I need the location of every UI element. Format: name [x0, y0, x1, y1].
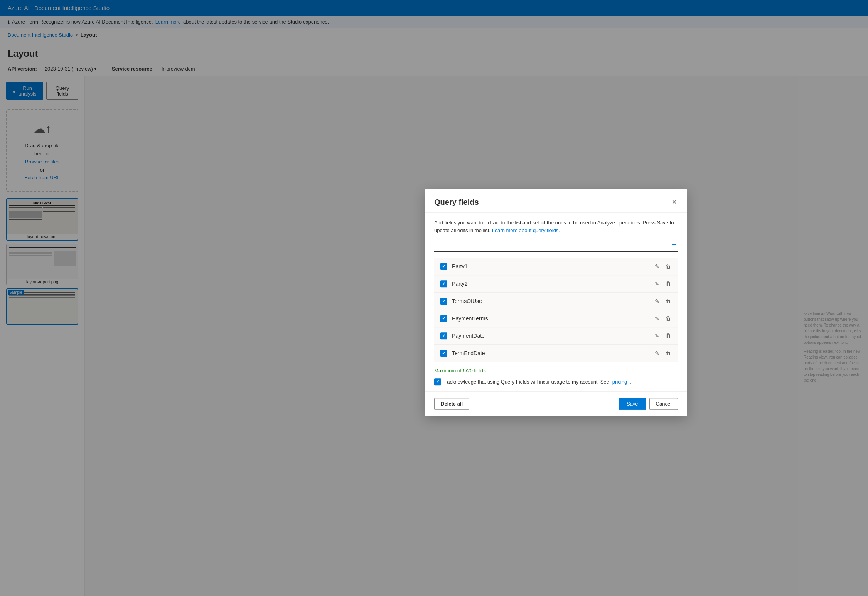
- acknowledge-checkbox[interactable]: ✓: [434, 378, 441, 385]
- plus-icon: +: [672, 241, 676, 249]
- add-field-input[interactable]: [434, 240, 670, 249]
- fields-list: ✓ Party1 ✎ 🗑 ✓ Party2 ✎ 🗑 ✓ TermsOfUse ✎: [434, 258, 678, 362]
- field-item: ✓ PaymentTerms ✎ 🗑: [434, 310, 678, 327]
- field-checkbox-paymentdate[interactable]: ✓: [440, 332, 447, 339]
- query-fields-modal: Query fields × Add fields you want to ex…: [425, 189, 687, 416]
- field-checkbox-termsofuse[interactable]: ✓: [440, 298, 447, 305]
- delete-field-button-paymentterms[interactable]: 🗑: [665, 315, 672, 322]
- field-name-party1: Party1: [452, 263, 649, 269]
- modal-description: Add fields you want to extract to the li…: [434, 219, 678, 234]
- delete-all-button[interactable]: Delete all: [434, 398, 469, 410]
- field-name-termenddate: TermEndDate: [452, 350, 649, 356]
- checkmark-icon: ✓: [442, 316, 446, 321]
- field-name-party2: Party2: [452, 281, 649, 287]
- edit-field-button-paymentterms[interactable]: ✎: [654, 315, 660, 322]
- modal-close-button[interactable]: ×: [671, 197, 678, 208]
- acknowledge-end: .: [630, 379, 632, 385]
- cancel-button[interactable]: Cancel: [649, 398, 678, 410]
- field-checkbox-termenddate[interactable]: ✓: [440, 350, 447, 357]
- field-item: ✓ TermsOfUse ✎ 🗑: [434, 293, 678, 310]
- modal-title: Query fields: [434, 198, 479, 207]
- save-button[interactable]: Save: [619, 398, 646, 410]
- close-icon: ×: [672, 198, 677, 206]
- learn-more-query-link[interactable]: Learn more about query fields.: [492, 227, 560, 233]
- edit-field-button-paymentdate[interactable]: ✎: [654, 332, 660, 340]
- modal-footer: Delete all Save Cancel: [425, 391, 687, 416]
- field-item: ✓ TermEndDate ✎ 🗑: [434, 345, 678, 362]
- field-item: ✓ PaymentDate ✎ 🗑: [434, 327, 678, 345]
- checkmark-icon: ✓: [442, 333, 446, 338]
- field-name-termsofuse: TermsOfUse: [452, 298, 649, 304]
- field-actions: ✎ 🗑: [654, 315, 672, 322]
- add-field-button[interactable]: +: [670, 241, 678, 249]
- edit-field-button-termsofuse[interactable]: ✎: [654, 297, 660, 305]
- modal-body: Add fields you want to extract to the li…: [425, 213, 687, 391]
- modal-footer-right: Save Cancel: [619, 398, 678, 410]
- delete-field-button-paymentdate[interactable]: 🗑: [665, 332, 672, 340]
- delete-field-button-party1[interactable]: 🗑: [665, 263, 672, 270]
- add-field-row: +: [434, 240, 678, 252]
- field-actions: ✎ 🗑: [654, 297, 672, 305]
- checkmark-icon: ✓: [442, 298, 446, 304]
- field-actions: ✎ 🗑: [654, 349, 672, 357]
- field-actions: ✎ 🗑: [654, 263, 672, 270]
- delete-field-button-termsofuse[interactable]: 🗑: [665, 297, 672, 305]
- edit-field-button-termenddate[interactable]: ✎: [654, 349, 660, 357]
- field-item: ✓ Party1 ✎ 🗑: [434, 258, 678, 275]
- modal-header: Query fields ×: [425, 189, 687, 213]
- field-checkbox-party2[interactable]: ✓: [440, 280, 447, 287]
- checkmark-icon: ✓: [442, 264, 446, 269]
- acknowledge-row: ✓ I acknowledge that using Query Fields …: [434, 378, 678, 385]
- field-name-paymentdate: PaymentDate: [452, 333, 649, 339]
- field-actions: ✎ 🗑: [654, 280, 672, 288]
- edit-field-button-party2[interactable]: ✎: [654, 280, 660, 288]
- field-actions: ✎ 🗑: [654, 332, 672, 340]
- edit-field-button-party1[interactable]: ✎: [654, 263, 660, 270]
- delete-field-button-termenddate[interactable]: 🗑: [665, 349, 672, 357]
- field-item: ✓ Party2 ✎ 🗑: [434, 275, 678, 293]
- delete-field-button-party2[interactable]: 🗑: [665, 280, 672, 288]
- checkmark-icon: ✓: [436, 379, 440, 384]
- pricing-link[interactable]: pricing: [612, 379, 627, 385]
- field-name-paymentterms: PaymentTerms: [452, 315, 649, 322]
- checkmark-icon: ✓: [442, 350, 446, 356]
- field-checkbox-party1[interactable]: ✓: [440, 263, 447, 270]
- max-fields-notice: Maximum of 6/20 fields: [434, 368, 678, 374]
- checkmark-icon: ✓: [442, 281, 446, 286]
- acknowledge-text: I acknowledge that using Query Fields wi…: [444, 379, 609, 385]
- field-checkbox-paymentterms[interactable]: ✓: [440, 315, 447, 322]
